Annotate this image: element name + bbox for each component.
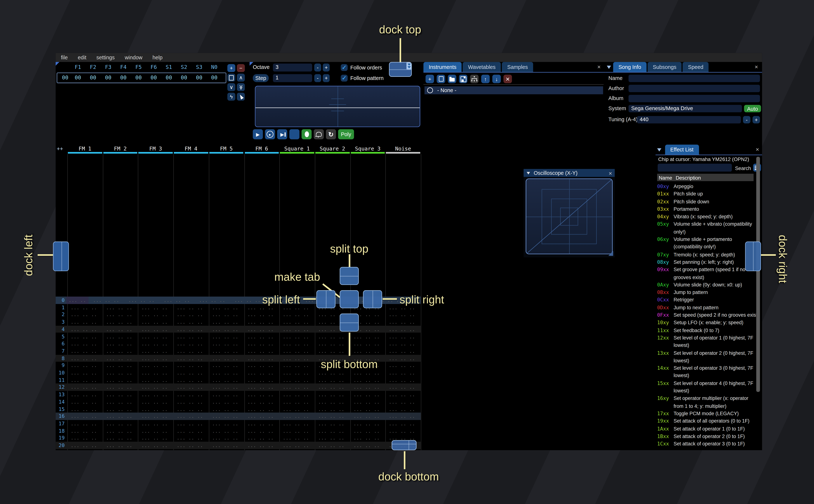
pattern-cell[interactable]: ... .. .. .... — [137, 384, 172, 391]
channel-header-noise[interactable]: Noise — [385, 146, 421, 152]
pattern-cell[interactable]: ... .. .. .... — [66, 304, 102, 311]
make-tab-target[interactable] — [340, 290, 359, 308]
pattern-cell[interactable]: ... .. .. .... — [172, 304, 208, 311]
effect-row[interactable]: 0CxxRetrigger — [657, 296, 758, 304]
pattern-cell[interactable]: ... .. .. .... — [172, 442, 208, 449]
pattern-row[interactable]: 15... .. .. ....... .. .. ....... .. .. … — [56, 405, 421, 413]
pattern-cell[interactable]: ... .. .. .... — [384, 355, 420, 362]
menu-item-window[interactable]: window — [125, 55, 142, 60]
pattern-cell[interactable]: ... .. .. .... — [313, 376, 349, 384]
pattern-row[interactable]: 6... .. .. ....... .. .. ....... .. .. .… — [56, 340, 421, 347]
pattern-cell[interactable]: ... .. .. .... — [137, 449, 172, 450]
pattern-cell[interactable]: ... .. .. .... — [243, 355, 278, 362]
metronome-button[interactable] — [314, 129, 324, 139]
poly-button[interactable]: Poly — [338, 129, 354, 139]
pattern-cell[interactable]: ... .. .. .... — [137, 304, 172, 311]
pattern-cell[interactable]: ... .. .. .... — [102, 376, 137, 384]
pattern-cell[interactable]: ... .. .. .... — [137, 398, 172, 405]
play-from-cursor-button[interactable]: ▶ — [277, 129, 287, 139]
pattern-cell[interactable]: ... .. .. .... — [278, 362, 314, 369]
pattern-row[interactable]: 4... .. .. ....... .. .. ....... .. .. .… — [56, 326, 421, 333]
pattern-cell[interactable]: ... .. .. .... — [278, 434, 314, 442]
pattern-cell[interactable]: ... .. .. .... — [66, 362, 102, 369]
pattern-cell[interactable]: ... .. .. .... — [66, 391, 102, 398]
menu-item-settings[interactable]: settings — [96, 55, 115, 60]
channel-header-square-2[interactable]: Square 2 — [315, 146, 350, 152]
pattern-cell[interactable]: ... .. .. .... — [313, 442, 349, 449]
orders-selected-row-outline[interactable] — [57, 73, 226, 83]
pattern-cell[interactable]: ... .. .. .... — [207, 420, 243, 427]
pattern-cell[interactable]: ... .. .. .... — [207, 413, 243, 420]
pattern-cell[interactable]: ... .. .. .... — [102, 355, 137, 362]
close-icon[interactable]: × — [597, 64, 601, 70]
pattern-cell[interactable]: ... .. .. .... — [349, 427, 384, 434]
menu-item-help[interactable]: help — [152, 55, 162, 60]
pattern-cell[interactable]: ... .. .. .... — [172, 434, 208, 442]
pattern-cell[interactable]: ... .. .. .... — [207, 449, 243, 450]
pattern-cell[interactable]: ... .. .. .... — [349, 413, 384, 420]
pattern-cell[interactable]: ... .. .. .... — [137, 405, 172, 413]
pattern-cell[interactable]: ... .. .. .... — [137, 333, 172, 340]
pattern-cell[interactable]: ... .. .. .... — [207, 398, 243, 405]
pattern-cell[interactable]: ... .. .. .... — [172, 318, 208, 326]
effect-row[interactable]: 04xyVibrato (x: speed; y: depth) — [657, 213, 758, 221]
pattern-row[interactable]: 5... .. .. ....... .. .. ....... .. .. .… — [56, 333, 421, 340]
pattern-cell[interactable]: ... .. .. .... — [66, 413, 102, 420]
pattern-row[interactable]: 19... .. .. ....... .. .. ....... .. .. … — [56, 434, 421, 442]
pattern-cell[interactable]: ... .. .. .... — [172, 347, 208, 355]
pattern-cell[interactable]: ... .. .. .... — [243, 333, 278, 340]
pattern-cell[interactable]: ... .. .. .... — [102, 362, 137, 369]
pattern-cell[interactable]: ... .. .. .... — [66, 297, 88, 304]
repeat-pattern-button[interactable]: ↻ — [326, 129, 336, 139]
pattern-cell[interactable]: ... .. .. .... — [207, 311, 243, 318]
effect-row[interactable]: 03xxPortamento — [657, 205, 758, 213]
pattern-cell[interactable]: ... .. .. .... — [172, 413, 208, 420]
tab-samples[interactable]: Samples — [502, 62, 533, 72]
pattern-cell[interactable]: ... .. .. .... — [278, 413, 314, 420]
pattern-row[interactable]: 11... .. .. ....... .. .. ....... .. .. … — [56, 376, 421, 384]
pattern-cell[interactable]: ... .. .. .... — [384, 405, 420, 413]
follow-pattern-checkbox[interactable]: ✓ — [341, 75, 348, 81]
pattern-cell[interactable]: ... .. .. .... — [102, 398, 137, 405]
pattern-cell[interactable]: ... .. .. .... — [102, 311, 137, 318]
close-icon[interactable]: × — [755, 64, 758, 70]
effect-row[interactable]: 11xxSet feedback (0 to 7) — [657, 327, 758, 334]
pattern-cell[interactable]: ... .. .. .... — [384, 333, 420, 340]
pattern-row[interactable]: 21... .. .. ....... .. .. ....... .. .. … — [56, 449, 421, 450]
effect-row[interactable]: 19xxSet attack of all operators (0 to 1F… — [657, 417, 758, 425]
pattern-cell[interactable]: ... .. .. .... — [159, 297, 195, 304]
pattern-cell[interactable]: ... .. .. .... — [66, 398, 102, 405]
pattern-cell[interactable]: ... .. .. .... — [172, 333, 208, 340]
octave-increase-button[interactable]: + — [323, 64, 329, 71]
pattern-cell[interactable]: ... .. .. .... — [102, 449, 137, 450]
pattern-cell[interactable]: ... .. .. .... — [243, 362, 278, 369]
pattern-cell[interactable]: ... .. .. .... — [137, 434, 172, 442]
octave-decrease-button[interactable]: - — [314, 64, 321, 71]
pattern-cell[interactable]: ... .. .. .... — [349, 420, 384, 427]
pattern-cell[interactable]: ... .. .. .... — [172, 326, 208, 333]
pattern-cell[interactable]: ... .. .. .... — [137, 427, 172, 434]
effect-row[interactable]: 13xxSet level of operator 2 (0 highest, … — [657, 349, 758, 364]
pattern-cell[interactable]: ... .. .. .... — [243, 347, 278, 355]
pattern-cell[interactable]: ... .. .. .... — [278, 326, 314, 333]
pattern-cell[interactable]: ... .. .. .... — [278, 333, 314, 340]
pattern-cell[interactable]: ... .. .. .... — [349, 442, 384, 449]
pattern-cell[interactable]: ... .. .. .... — [243, 340, 278, 347]
effect-row[interactable]: 16xySet operator multiplier (x: operator… — [657, 395, 758, 410]
pattern-cell[interactable]: ... .. .. .... — [102, 434, 137, 442]
pattern-expand-button[interactable]: ++ — [57, 146, 63, 152]
pattern-cell[interactable]: ... .. .. .... — [349, 391, 384, 398]
pattern-cell[interactable]: ... .. .. .... — [102, 384, 137, 391]
pattern-cell[interactable]: ... .. .. .... — [384, 362, 420, 369]
pattern-cell[interactable]: ... .. .. .... — [278, 442, 314, 449]
pattern-cell[interactable]: ... .. .. .... — [102, 304, 137, 311]
pattern-cell[interactable]: ... .. .. .... — [384, 384, 420, 391]
pattern-cell[interactable]: ... .. .. .... — [384, 413, 420, 420]
pattern-cell[interactable]: ... .. .. .... — [66, 326, 102, 333]
follow-orders-checkbox[interactable]: ✓ — [341, 64, 348, 71]
step-increase-button[interactable]: + — [323, 74, 329, 82]
pattern-cell[interactable]: ... .. .. .... — [243, 427, 278, 434]
pattern-cell[interactable]: ... .. .. .... — [243, 369, 278, 376]
pattern-cell[interactable]: ... .. .. .... — [384, 376, 420, 384]
effect-row[interactable]: 10xySetup LFO (x: enable; y: speed) — [657, 319, 758, 327]
